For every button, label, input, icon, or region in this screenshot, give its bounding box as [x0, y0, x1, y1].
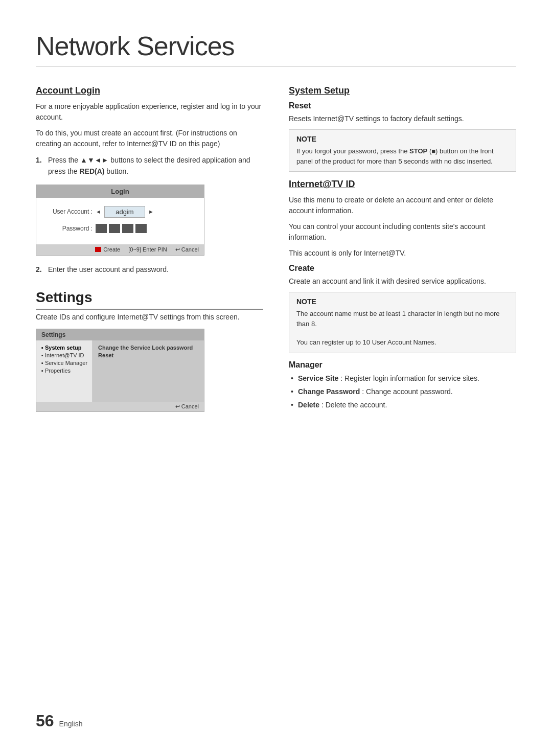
settings-content-sub: Reset [98, 352, 199, 358]
create-heading: Create [289, 264, 516, 273]
settings-menu-item-1: ▪ System setup [41, 345, 87, 351]
footer-pin: [0~9] Enter PIN [128, 246, 167, 253]
left-column: Account Login For a more enjoyable appli… [36, 85, 263, 420]
login-user-value: adgim [104, 206, 145, 218]
manager-bullet2-text: : Change account password. [360, 387, 452, 396]
account-login-p2: To do this, you must create an account f… [36, 128, 263, 149]
note2-title: NOTE [296, 297, 509, 306]
internet-tv-p3: This account is only for Internet@TV. [289, 248, 516, 259]
password-blocks [96, 224, 147, 233]
step-1-num: 1. [36, 154, 44, 177]
account-login-p1: For a more enjoyable application experie… [36, 101, 263, 123]
internet-tv-p2: You can control your account including c… [289, 221, 516, 243]
step-2-num: 2. [36, 264, 44, 275]
manager-bullet2-bold: Change Password [298, 387, 360, 396]
settings-content-title: Change the Service Lock password [98, 345, 199, 351]
pwd-block-1 [96, 224, 107, 233]
login-dialog: Login User Account : ◄ adgim ► Password … [36, 185, 204, 256]
page-number: 56 [36, 712, 54, 730]
step-2-text: Enter the user account and password. [48, 264, 169, 275]
note-box-2: NOTE The account name must be at least 1… [289, 292, 516, 353]
footer-cancel-label: ↩ Cancel [175, 246, 199, 253]
create-text: Create an account and link it with desir… [289, 276, 516, 287]
login-dialog-body: User Account : ◄ adgim ► Password : [36, 198, 204, 244]
manager-bullet3-bold: Delete [298, 401, 319, 409]
manager-bullet1-bold: Service Site [298, 374, 338, 382]
step-2: 2. Enter the user account and password. [36, 264, 263, 275]
login-password-row: Password : [47, 224, 194, 233]
system-setup-heading: System Setup [289, 85, 516, 96]
settings-dialog-header: Settings [36, 329, 204, 340]
steps-list-2: 2. Enter the user account and password. [36, 264, 263, 275]
login-arrow-left: ◄ [96, 209, 101, 215]
account-login-heading: Account Login [36, 85, 263, 96]
right-column: System Setup Reset Resets Internet@TV se… [289, 85, 516, 420]
settings-p1: Create IDs and configure Internet@TV set… [36, 312, 263, 323]
settings-content: Change the Service Lock password Reset [93, 340, 204, 402]
note1-after: (■) button on the front panel of the pro… [296, 147, 494, 165]
manager-bullet-1: Service Site : Register login informatio… [289, 373, 516, 384]
reset-text: Resets Internet@TV settings to factory d… [289, 113, 516, 124]
settings-dialog-footer: ↩ Cancel [36, 402, 204, 411]
page-title: Network Services [36, 31, 516, 67]
pwd-block-4 [135, 224, 147, 233]
footer-cancel: ↩ Cancel [175, 246, 199, 253]
manager-heading: Manager [289, 360, 516, 370]
settings-dialog-body: ▪ System setup ▪ Internet@TV ID ▪ Servic… [36, 340, 204, 402]
steps-list: 1. Press the ▲▼◄► buttons to select the … [36, 154, 263, 177]
footer-create-label: Create [103, 246, 120, 253]
footer-lang: English [59, 720, 83, 728]
manager-bullet-3: Delete : Delete the account. [289, 399, 516, 410]
note1-text: If you forgot your password, press the S… [296, 146, 509, 166]
note1-title: NOTE [296, 135, 509, 143]
login-arrow-right: ► [148, 209, 154, 215]
page-footer: 56 English [36, 712, 83, 730]
settings-footer-cancel: ↩ Cancel [175, 403, 199, 410]
settings-dialog: Settings ▪ System setup ▪ Internet@TV ID… [36, 329, 204, 412]
manager-bullet-list: Service Site : Register login informatio… [289, 373, 516, 411]
internet-tv-heading: Internet@TV ID [289, 179, 516, 190]
login-dialog-footer: Create [0~9] Enter PIN ↩ Cancel [36, 244, 204, 255]
login-user-row: User Account : ◄ adgim ► [47, 206, 194, 218]
internet-tv-p1: Use this menu to create or delete an acc… [289, 195, 516, 216]
note-box-1: NOTE If you forgot your password, press … [289, 129, 516, 172]
settings-heading: Settings [36, 289, 263, 310]
settings-menu-item-3: ▪ Service Manager [41, 360, 87, 366]
settings-menu: ▪ System setup ▪ Internet@TV ID ▪ Servic… [36, 340, 93, 402]
step-1: 1. Press the ▲▼◄► buttons to select the … [36, 154, 263, 177]
manager-bullet3-text: : Delete the account. [319, 401, 387, 409]
footer-pin-label: [0~9] Enter PIN [128, 246, 167, 253]
step-1-text: Press the ▲▼◄► buttons to select the des… [48, 154, 263, 177]
manager-bullet-2: Change Password : Change account passwor… [289, 386, 516, 397]
pwd-block-2 [109, 224, 120, 233]
settings-menu-item-4: ▪ Properties [41, 368, 87, 374]
note2-line2: You can register up to 10 User Account N… [296, 337, 509, 348]
red-button-icon [95, 247, 101, 252]
login-user-label: User Account : [47, 208, 93, 215]
reset-heading: Reset [289, 101, 516, 110]
pwd-block-3 [122, 224, 133, 233]
settings-menu-item-2: ▪ Internet@TV ID [41, 352, 87, 358]
note1-bold: STOP [409, 147, 427, 155]
manager-bullet1-text: : Register login information for service… [338, 374, 479, 382]
login-dialog-header: Login [36, 185, 204, 198]
note2-line1: The account name must be at least 1 char… [296, 309, 509, 329]
footer-create: Create [95, 246, 120, 253]
login-password-label: Password : [47, 225, 93, 232]
